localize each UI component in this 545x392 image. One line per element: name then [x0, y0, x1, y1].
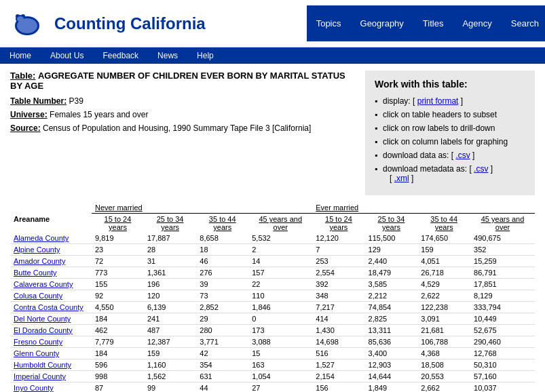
header: Counting California Topics Geography Tit… — [0, 0, 545, 47]
val-em-25-34: 3,585 — [365, 279, 418, 290]
val-nm-15-24: 72 — [92, 256, 144, 267]
val-nm-25-34: 99 — [144, 383, 196, 393]
val-nm-15-24: 596 — [92, 359, 144, 371]
area-name-cell[interactable]: Amador County — [10, 256, 92, 267]
val-em-35-44: 2,662 — [417, 383, 470, 393]
area-name-cell[interactable]: Fresno County — [10, 336, 92, 348]
val-nm-15-24: 155 — [92, 279, 144, 290]
table-row: Butte County 773 1,361 276 157 2,554 18,… — [10, 267, 535, 279]
sidebar-item-rows: click on row labels to drill-down — [375, 123, 525, 133]
val-nm-25-34: 1,562 — [144, 371, 196, 383]
val-nm-45plus: 1,054 — [248, 371, 312, 383]
table-row: Contra Costa County 4,550 6,139 2,852 1,… — [10, 302, 535, 313]
nav-home[interactable]: Home — [0, 47, 41, 64]
val-em-35-44: 4,529 — [417, 279, 470, 290]
nav-topics[interactable]: Topics — [307, 5, 351, 41]
nav-geography[interactable]: Geography — [351, 5, 413, 41]
val-em-45plus: 352 — [470, 244, 535, 256]
nav-help[interactable]: Help — [187, 47, 223, 64]
col-areaname — [10, 202, 92, 214]
download-meta-xml-link[interactable]: .xml — [394, 174, 409, 183]
val-nm-15-24: 9,819 — [92, 233, 144, 244]
area-name-cell[interactable]: Calaveras County — [10, 279, 92, 290]
area-name-cell[interactable]: Butte County — [10, 267, 92, 279]
area-name-cell[interactable]: Contra Costa County — [10, 302, 92, 313]
val-em-15-24: 1,430 — [312, 325, 364, 336]
val-nm-45plus: 163 — [248, 359, 312, 371]
col-em-15-24[interactable]: 15 to 24 years — [312, 214, 364, 233]
area-name-cell[interactable]: Alameda County — [10, 233, 92, 244]
sidebar-item-headers: click on table headers to subset — [375, 110, 525, 119]
logo-icon — [7, 7, 48, 41]
val-nm-45plus: 15 — [248, 348, 312, 359]
nav-titles[interactable]: Titles — [413, 5, 453, 41]
val-em-15-24: 1,527 — [312, 359, 364, 371]
val-em-25-34: 115,500 — [365, 233, 418, 244]
area-name-cell[interactable]: Alpine County — [10, 244, 92, 256]
val-em-35-44: 122,238 — [417, 302, 470, 313]
table-row: Glenn County 184 159 42 15 516 3,400 4,3… — [10, 348, 535, 359]
col-em-25-34[interactable]: 25 to 34 years — [365, 214, 418, 233]
main-content: Table: AGGREGATE NUMBER OF CHILDREN EVER… — [0, 64, 545, 202]
val-nm-45plus: 173 — [248, 325, 312, 336]
area-name-cell[interactable]: Humboldt County — [10, 359, 92, 371]
table-body: Alameda County 9,819 17,887 8,658 5,532 … — [10, 233, 535, 392]
col-nm-45plus[interactable]: 45 years and over — [248, 214, 312, 233]
val-em-25-34: 12,903 — [365, 359, 418, 371]
nav-search[interactable]: Search — [502, 5, 545, 41]
table-row: Amador County 72 31 46 14 253 2,440 4,05… — [10, 256, 535, 267]
nav-about[interactable]: About Us — [41, 47, 93, 64]
col-nm-15-24[interactable]: 15 to 24 years — [92, 214, 144, 233]
data-section: Never married Ever married Areaname 15 t… — [0, 202, 545, 392]
area-name-cell[interactable]: Inyo County — [10, 383, 92, 393]
area-name-cell[interactable]: Imperial County — [10, 371, 92, 383]
val-nm-25-34: 1,361 — [144, 267, 196, 279]
val-nm-15-24: 23 — [92, 244, 144, 256]
right-sidebar: Work with this table: display: [ print f… — [365, 71, 535, 195]
group-never-married[interactable]: Never married — [92, 202, 312, 214]
val-nm-15-24: 184 — [92, 348, 144, 359]
col-em-35-44[interactable]: 35 to 44 years — [417, 214, 470, 233]
area-name-cell[interactable]: Del Norte County — [10, 313, 92, 325]
left-content: Table: AGGREGATE NUMBER OF CHILDREN EVER… — [10, 71, 352, 195]
val-em-45plus: 12,768 — [470, 348, 535, 359]
universe-label: Universe: — [10, 110, 48, 119]
val-nm-15-24: 184 — [92, 313, 144, 325]
val-em-15-24: 516 — [312, 348, 364, 359]
source-row: Source: Census of Population and Housing… — [10, 123, 352, 133]
val-nm-45plus: 14 — [248, 256, 312, 267]
val-nm-25-34: 159 — [144, 348, 196, 359]
val-em-45plus: 333,794 — [470, 302, 535, 313]
val-em-35-44: 3,091 — [417, 313, 470, 325]
val-em-25-34: 129 — [365, 244, 418, 256]
table-row: Fresno County 7,779 12,387 3,771 3,088 1… — [10, 336, 535, 348]
area-name-cell[interactable]: Colusa County — [10, 290, 92, 302]
group-ever-married[interactable]: Ever married — [312, 202, 535, 214]
val-em-45plus: 57,160 — [470, 371, 535, 383]
download-meta-csv-link[interactable]: .csv — [474, 164, 488, 174]
nav-feedback[interactable]: Feedback — [93, 47, 148, 64]
val-em-35-44: 20,553 — [417, 371, 470, 383]
val-em-45plus: 10,037 — [470, 383, 535, 393]
area-name-cell[interactable]: El Dorado County — [10, 325, 92, 336]
table-row: Calaveras County 155 196 39 22 392 3,585… — [10, 279, 535, 290]
universe-row: Universe: Females 15 years and over — [10, 110, 352, 119]
nav-agency[interactable]: Agency — [453, 5, 501, 41]
nav-news[interactable]: News — [148, 47, 187, 64]
val-nm-35-44: 354 — [196, 359, 248, 371]
logo-area: Counting California — [7, 7, 307, 41]
print-format-link[interactable]: print format — [417, 96, 459, 106]
val-nm-45plus: 27 — [248, 383, 312, 393]
col-em-45plus[interactable]: 45 years and over — [470, 214, 535, 233]
val-em-15-24: 12,120 — [312, 233, 364, 244]
val-nm-25-34: 487 — [144, 325, 196, 336]
col-nm-35-44[interactable]: 35 to 44 years — [196, 214, 248, 233]
area-name-cell[interactable]: Glenn County — [10, 348, 92, 359]
download-csv-link[interactable]: .csv — [455, 151, 470, 160]
col-nm-25-34[interactable]: 25 to 34 years — [144, 214, 196, 233]
table-row: El Dorado County 462 487 280 173 1,430 1… — [10, 325, 535, 336]
val-nm-35-44: 42 — [196, 348, 248, 359]
val-nm-35-44: 44 — [196, 383, 248, 393]
val-em-35-44: 18,508 — [417, 359, 470, 371]
val-em-45plus: 10,449 — [470, 313, 535, 325]
